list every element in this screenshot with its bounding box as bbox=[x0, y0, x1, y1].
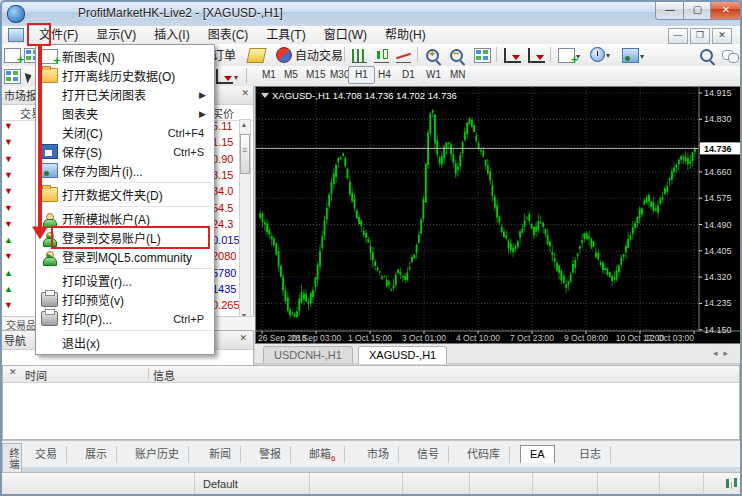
chart-window[interactable]: 14.91514.83014.74514.66014.57514.49014.4… bbox=[255, 86, 742, 344]
svg-text:12 Oct 03:00: 12 Oct 03:00 bbox=[645, 333, 694, 343]
timeframe-mn[interactable]: MN bbox=[444, 67, 472, 83]
close-button[interactable]: ✕ bbox=[710, 0, 742, 20]
menubar-item-5[interactable]: 工具(T) bbox=[257, 26, 314, 44]
arrow-up-icon: ▲ bbox=[4, 284, 13, 294]
terminal-tab-邮箱[interactable]: 邮箱6 bbox=[300, 446, 345, 463]
terminal-tab-警报[interactable]: 警报 bbox=[250, 446, 291, 463]
crosshair-icon[interactable] bbox=[4, 69, 21, 84]
scrollbar-thumb[interactable] bbox=[240, 134, 250, 174]
title-bar[interactable]: ProfitMarketHK-Live2 - [XAGUSD-,H1] — ▢ … bbox=[0, 0, 742, 26]
timeframe-w1[interactable]: W1 bbox=[420, 67, 447, 83]
timeframe-h4[interactable]: H4 bbox=[372, 67, 397, 83]
candlestick-chart[interactable]: 14.91514.83014.74514.66014.57514.49014.4… bbox=[256, 87, 741, 343]
file-menu-item-6[interactable]: 保存(S)Ctrl+S bbox=[36, 142, 214, 161]
mdi-restore-button[interactable]: ❐ bbox=[690, 28, 710, 44]
file-menu-item-7[interactable]: 保存为图片(i)... bbox=[36, 161, 214, 180]
auto-scroll-icon[interactable] bbox=[504, 48, 521, 63]
bid-price: 1435 bbox=[212, 283, 236, 295]
svg-text:14.320: 14.320 bbox=[704, 272, 732, 282]
tile-windows-icon[interactable] bbox=[474, 48, 491, 63]
menubar-item-4[interactable]: 图表(C) bbox=[199, 26, 258, 44]
scroll-up-icon[interactable]: ▲ bbox=[240, 121, 248, 128]
menu-item-label: 打开离线历史数据(O) bbox=[62, 67, 214, 84]
profile-name[interactable]: Default bbox=[195, 473, 310, 494]
timeframe-h1[interactable]: H1 bbox=[348, 66, 375, 84]
file-menu-item-11[interactable]: 开新模拟帐户(A) bbox=[36, 209, 214, 228]
svg-text:28 Sep 03:00: 28 Sep 03:00 bbox=[291, 333, 342, 343]
file-menu-item-12[interactable]: 登录到交易账户(L) bbox=[36, 228, 214, 247]
zoom-out-icon[interactable] bbox=[450, 48, 463, 62]
file-menu-item-13[interactable]: 登录到MQL5.community bbox=[36, 247, 214, 266]
submenu-arrow-icon: ▶ bbox=[199, 90, 214, 100]
connection-status bbox=[704, 473, 742, 494]
menubar-item-3[interactable]: 插入(I) bbox=[145, 26, 198, 44]
chart-tab-1[interactable]: USDCNH-,H1 bbox=[263, 346, 353, 363]
chart-tab-2[interactable]: XAGUSD-,H1 bbox=[358, 346, 447, 364]
search-icon[interactable] bbox=[700, 48, 713, 62]
bar-chart-icon[interactable] bbox=[352, 48, 367, 63]
autotrading-button[interactable]: 自动交易 bbox=[272, 46, 347, 63]
submenu-arrow-icon: ▶ bbox=[199, 109, 214, 119]
menubar-item-2[interactable]: 显示(V) bbox=[87, 26, 145, 44]
status-bar: Default bbox=[0, 472, 742, 494]
cursor-icon[interactable] bbox=[26, 69, 32, 83]
file-menu-item-17[interactable]: 打印(P)...Ctrl+P bbox=[36, 309, 214, 328]
file-menu-item-5[interactable]: 关闭(C)Ctrl+F4 bbox=[36, 123, 214, 142]
maximize-button[interactable]: ▢ bbox=[683, 0, 712, 20]
menubar-item-1[interactable]: 文件(F) bbox=[30, 26, 87, 44]
file-menu-item-3[interactable]: 打开已关闭图表▶ bbox=[36, 85, 214, 104]
minimize-button[interactable]: — bbox=[655, 0, 685, 20]
svg-text:14.575: 14.575 bbox=[704, 193, 732, 203]
file-menu-item-1[interactable]: 新图表(N) bbox=[36, 47, 214, 66]
terminal-tab-日志[interactable]: 日志 bbox=[570, 446, 611, 463]
chart-shift-icon[interactable] bbox=[528, 48, 545, 63]
market-watch-scrollbar[interactable]: ▲ ▼ bbox=[239, 119, 251, 321]
zoom-in-icon[interactable] bbox=[426, 48, 439, 62]
file-menu-item-19[interactable]: 退出(x) bbox=[36, 333, 214, 352]
message-column-header[interactable]: 信息 bbox=[153, 367, 175, 383]
file-menu-item-2[interactable]: 打开离线历史数据(O) bbox=[36, 66, 214, 85]
timeframe-d1[interactable]: D1 bbox=[396, 67, 421, 83]
chat-icon[interactable] bbox=[722, 48, 737, 62]
mdi-minimize-button[interactable]: — bbox=[668, 28, 688, 44]
line-chart-icon[interactable] bbox=[396, 48, 411, 63]
svg-text:4 Oct 10:00: 4 Oct 10:00 bbox=[456, 333, 500, 343]
navigator-close-icon[interactable]: ✕ bbox=[239, 333, 247, 343]
terminal-tab-bar: 终端 交易展示账户历史新闻警报邮箱6市场信号代码库EA日志 bbox=[0, 440, 742, 467]
file-menu-item-16[interactable]: 打印预览(v) bbox=[36, 290, 214, 309]
chart-tab-scroll-icons[interactable]: ◂▸ bbox=[713, 348, 734, 358]
terminal-tab-市场[interactable]: 市场 bbox=[358, 446, 399, 463]
menu-separator bbox=[64, 206, 212, 207]
mail-icon[interactable] bbox=[248, 48, 265, 63]
market-watch-close-icon[interactable]: ✕ bbox=[241, 88, 249, 98]
menu-item-label: 打开已关闭图表 bbox=[62, 86, 199, 103]
terminal-tab-ea[interactable]: EA bbox=[520, 445, 555, 463]
mdi-close-button[interactable]: ✕ bbox=[712, 28, 732, 44]
menu-item-label: 退出(x) bbox=[62, 334, 214, 351]
terminal-tab-账户历史[interactable]: 账户历史 bbox=[126, 446, 189, 463]
terminal-tab-代码库[interactable]: 代码库 bbox=[458, 446, 510, 463]
time-column-header[interactable]: 时间 bbox=[25, 367, 47, 383]
add-indicator-icon[interactable]: ▾ bbox=[558, 48, 580, 63]
file-menu-item-4[interactable]: 图表夹▶ bbox=[36, 104, 214, 123]
terminal-panel: ✕ 时间 信息 bbox=[2, 365, 740, 440]
templates-icon[interactable]: ▾ bbox=[622, 48, 644, 63]
arrow-down-icon: ▼ bbox=[4, 137, 13, 147]
terminal-side-tab[interactable]: 终端 bbox=[2, 443, 22, 475]
periods-icon[interactable]: ▾ bbox=[590, 47, 610, 62]
indicator-list-icon[interactable]: ▾ bbox=[216, 69, 238, 84]
terminal-tab-信号[interactable]: 信号 bbox=[408, 446, 449, 463]
connection-bars-icon bbox=[726, 479, 729, 488]
menubar-item-7[interactable]: 帮助(H) bbox=[376, 26, 435, 44]
terminal-tab-交易[interactable]: 交易 bbox=[26, 446, 67, 463]
terminal-tab-展示[interactable]: 展示 bbox=[76, 446, 117, 463]
arrow-up-icon: ▲ bbox=[4, 235, 13, 245]
file-menu-item-9[interactable]: 打开数据文件夹(D) bbox=[36, 185, 214, 204]
terminal-tab-新闻[interactable]: 新闻 bbox=[200, 446, 241, 463]
svg-text:3 Oct 01:00: 3 Oct 01:00 bbox=[402, 333, 446, 343]
candlestick-icon[interactable] bbox=[374, 48, 389, 63]
new-chart-window-icon[interactable] bbox=[4, 48, 21, 63]
menubar-item-6[interactable]: 窗口(W) bbox=[315, 26, 376, 44]
terminal-close-icon[interactable]: ✕ bbox=[9, 367, 17, 377]
file-menu-item-15[interactable]: 打印设置(r)... bbox=[36, 271, 214, 290]
